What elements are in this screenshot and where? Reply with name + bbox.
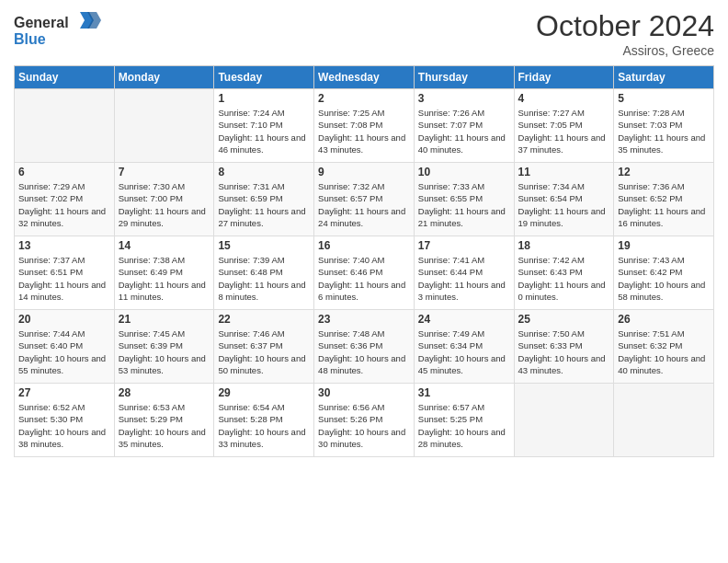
day-info: Sunrise: 7:28 AMSunset: 7:03 PMDaylight:…: [618, 107, 710, 155]
day-info: Sunrise: 7:43 AMSunset: 6:42 PMDaylight:…: [618, 254, 710, 303]
day-info: Sunrise: 6:57 AMSunset: 5:25 PMDaylight:…: [418, 401, 510, 450]
day-info: Sunrise: 7:29 AMSunset: 7:02 PMDaylight:…: [18, 180, 110, 229]
calendar-cell: 16Sunrise: 7:40 AMSunset: 6:46 PMDayligh…: [314, 236, 415, 310]
weekday-header: Monday: [114, 66, 214, 89]
day-number: 12: [618, 166, 710, 178]
calendar-cell: 2Sunrise: 7:25 AMSunset: 7:08 PMDaylight…: [314, 89, 415, 163]
day-info: Sunrise: 7:31 AMSunset: 6:59 PMDaylight:…: [218, 180, 310, 229]
logo: General Blue: [14, 9, 106, 54]
day-number: 9: [318, 166, 410, 178]
day-number: 23: [318, 313, 410, 326]
day-info: Sunrise: 7:46 AMSunset: 6:37 PMDaylight:…: [218, 327, 310, 376]
day-info: Sunrise: 7:30 AMSunset: 7:00 PMDaylight:…: [119, 180, 210, 229]
day-number: 29: [218, 386, 310, 399]
day-number: 14: [119, 239, 210, 252]
day-number: 6: [18, 166, 110, 178]
calendar-cell: 25Sunrise: 7:50 AMSunset: 6:33 PMDayligh…: [514, 310, 614, 384]
day-info: Sunrise: 7:40 AMSunset: 6:46 PMDaylight:…: [318, 254, 410, 303]
weekday-header: Wednesday: [314, 66, 415, 89]
page-container: General Blue October 2024 Assiros, Greec…: [0, 0, 728, 466]
day-number: 18: [518, 239, 610, 252]
day-number: 19: [618, 239, 710, 252]
calendar-week-row: 27Sunrise: 6:52 AMSunset: 5:30 PMDayligh…: [15, 384, 714, 457]
calendar-cell: 28Sunrise: 6:53 AMSunset: 5:29 PMDayligh…: [114, 384, 214, 457]
day-number: 17: [418, 239, 510, 252]
calendar-cell: [15, 89, 115, 163]
calendar-cell: 12Sunrise: 7:36 AMSunset: 6:52 PMDayligh…: [614, 163, 714, 236]
calendar-week-row: 20Sunrise: 7:44 AMSunset: 6:40 PMDayligh…: [15, 310, 714, 384]
day-info: Sunrise: 7:32 AMSunset: 6:57 PMDaylight:…: [318, 180, 410, 229]
calendar-cell: 26Sunrise: 7:51 AMSunset: 6:32 PMDayligh…: [614, 310, 714, 384]
day-info: Sunrise: 7:33 AMSunset: 6:55 PMDaylight:…: [418, 180, 510, 229]
day-number: 7: [119, 166, 210, 178]
calendar-cell: 8Sunrise: 7:31 AMSunset: 6:59 PMDaylight…: [214, 163, 314, 236]
calendar-cell: 6Sunrise: 7:29 AMSunset: 7:02 PMDaylight…: [15, 163, 115, 236]
day-info: Sunrise: 7:25 AMSunset: 7:08 PMDaylight:…: [318, 107, 410, 155]
day-number: 5: [618, 92, 710, 105]
day-info: Sunrise: 7:36 AMSunset: 6:52 PMDaylight:…: [618, 180, 710, 229]
calendar-cell: 11Sunrise: 7:34 AMSunset: 6:54 PMDayligh…: [514, 163, 614, 236]
day-info: Sunrise: 6:54 AMSunset: 5:28 PMDaylight:…: [218, 401, 310, 450]
day-info: Sunrise: 7:45 AMSunset: 6:39 PMDaylight:…: [119, 327, 210, 376]
calendar-cell: 1Sunrise: 7:24 AMSunset: 7:10 PMDaylight…: [214, 89, 314, 163]
day-number: 22: [218, 313, 310, 326]
day-number: 15: [218, 239, 310, 252]
day-info: Sunrise: 6:56 AMSunset: 5:26 PMDaylight:…: [318, 401, 410, 450]
svg-text:Blue: Blue: [14, 31, 46, 47]
calendar-cell: 21Sunrise: 7:45 AMSunset: 6:39 PMDayligh…: [114, 310, 214, 384]
calendar-cell: 18Sunrise: 7:42 AMSunset: 6:43 PMDayligh…: [514, 236, 614, 310]
weekday-header: Thursday: [414, 66, 514, 89]
location-subtitle: Assiros, Greece: [536, 43, 714, 58]
calendar-cell: 9Sunrise: 7:32 AMSunset: 6:57 PMDaylight…: [314, 163, 415, 236]
calendar-cell: 29Sunrise: 6:54 AMSunset: 5:28 PMDayligh…: [214, 384, 314, 457]
calendar-cell: 19Sunrise: 7:43 AMSunset: 6:42 PMDayligh…: [614, 236, 714, 310]
calendar-cell: 20Sunrise: 7:44 AMSunset: 6:40 PMDayligh…: [15, 310, 115, 384]
day-info: Sunrise: 7:42 AMSunset: 6:43 PMDaylight:…: [518, 254, 610, 303]
day-number: 8: [218, 166, 310, 178]
calendar-cell: 27Sunrise: 6:52 AMSunset: 5:30 PMDayligh…: [15, 384, 115, 457]
calendar-cell: [114, 89, 214, 163]
calendar-week-row: 13Sunrise: 7:37 AMSunset: 6:51 PMDayligh…: [15, 236, 714, 310]
calendar-cell: 24Sunrise: 7:49 AMSunset: 6:34 PMDayligh…: [414, 310, 514, 384]
calendar-cell: 4Sunrise: 7:27 AMSunset: 7:05 PMDaylight…: [514, 89, 614, 163]
day-number: 3: [418, 92, 510, 105]
day-number: 4: [518, 92, 610, 105]
day-info: Sunrise: 7:41 AMSunset: 6:44 PMDaylight:…: [418, 254, 510, 303]
day-info: Sunrise: 7:39 AMSunset: 6:48 PMDaylight:…: [218, 254, 310, 303]
day-info: Sunrise: 7:37 AMSunset: 6:51 PMDaylight:…: [18, 254, 110, 303]
day-number: 16: [318, 239, 410, 252]
day-info: Sunrise: 7:26 AMSunset: 7:07 PMDaylight:…: [418, 107, 510, 155]
calendar-cell: 10Sunrise: 7:33 AMSunset: 6:55 PMDayligh…: [414, 163, 514, 236]
month-title: October 2024: [536, 9, 714, 43]
day-info: Sunrise: 7:38 AMSunset: 6:49 PMDaylight:…: [119, 254, 210, 303]
day-number: 24: [418, 313, 510, 326]
calendar-cell: [514, 384, 614, 457]
day-info: Sunrise: 6:52 AMSunset: 5:30 PMDaylight:…: [18, 401, 110, 450]
calendar-cell: 3Sunrise: 7:26 AMSunset: 7:07 PMDaylight…: [414, 89, 514, 163]
day-number: 26: [618, 313, 710, 326]
day-info: Sunrise: 7:49 AMSunset: 6:34 PMDaylight:…: [418, 327, 510, 376]
day-info: Sunrise: 7:50 AMSunset: 6:33 PMDaylight:…: [518, 327, 610, 376]
weekday-header-row: SundayMondayTuesdayWednesdayThursdayFrid…: [15, 66, 714, 89]
day-number: 28: [119, 386, 210, 399]
day-info: Sunrise: 7:44 AMSunset: 6:40 PMDaylight:…: [18, 327, 110, 376]
day-number: 31: [418, 386, 510, 399]
weekday-header: Tuesday: [214, 66, 314, 89]
calendar-cell: 13Sunrise: 7:37 AMSunset: 6:51 PMDayligh…: [15, 236, 115, 310]
day-number: 25: [518, 313, 610, 326]
day-number: 10: [418, 166, 510, 178]
day-info: Sunrise: 6:53 AMSunset: 5:29 PMDaylight:…: [119, 401, 210, 450]
day-info: Sunrise: 7:27 AMSunset: 7:05 PMDaylight:…: [518, 107, 610, 155]
day-number: 11: [518, 166, 610, 178]
calendar-cell: 31Sunrise: 6:57 AMSunset: 5:25 PMDayligh…: [414, 384, 514, 457]
calendar-table: SundayMondayTuesdayWednesdayThursdayFrid…: [14, 65, 714, 457]
day-info: Sunrise: 7:51 AMSunset: 6:32 PMDaylight:…: [618, 327, 710, 376]
header: General Blue October 2024 Assiros, Greec…: [14, 9, 714, 58]
day-info: Sunrise: 7:24 AMSunset: 7:10 PMDaylight:…: [218, 107, 310, 155]
calendar-week-row: 6Sunrise: 7:29 AMSunset: 7:02 PMDaylight…: [15, 163, 714, 236]
day-number: 2: [318, 92, 410, 105]
day-info: Sunrise: 7:34 AMSunset: 6:54 PMDaylight:…: [518, 180, 610, 229]
weekday-header: Saturday: [614, 66, 714, 89]
weekday-header: Sunday: [15, 66, 115, 89]
day-number: 21: [119, 313, 210, 326]
